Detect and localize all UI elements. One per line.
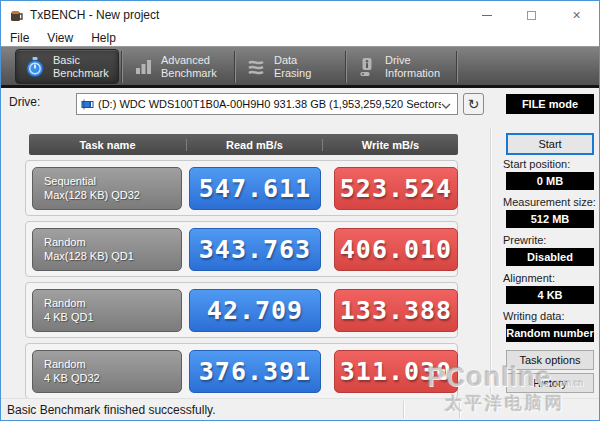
alignment-label: Alignment: bbox=[503, 272, 555, 284]
writing-data-label: Writing data: bbox=[503, 310, 565, 322]
read-value: 343.763 bbox=[189, 228, 321, 271]
menu-bar: File View Help bbox=[1, 29, 599, 46]
table-row: RandomMax(128 KB) QD1 343.763 406.010 bbox=[25, 221, 458, 277]
toolbar-bottom-strip bbox=[1, 85, 599, 88]
status-message: Basic Benchmark finished successfully. bbox=[7, 403, 216, 417]
refresh-drives-button[interactable]: ↻ bbox=[463, 93, 484, 115]
write-value: 133.388 bbox=[334, 289, 458, 332]
drive-info-icon bbox=[356, 56, 378, 78]
status-bar: Basic Benchmark finished successfully. bbox=[1, 398, 599, 420]
read-value: 547.611 bbox=[189, 167, 321, 210]
status-divider bbox=[403, 401, 404, 418]
column-write: Write mB/s bbox=[322, 139, 458, 151]
title-bar: TxBENCH - New project × bbox=[1, 1, 599, 29]
maximize-button[interactable] bbox=[509, 1, 554, 29]
tab-advanced-benchmark[interactable]: AdvancedBenchmark bbox=[124, 49, 232, 84]
write-value: 406.010 bbox=[334, 228, 458, 271]
refresh-icon: ↻ bbox=[468, 96, 480, 112]
disk-icon bbox=[81, 99, 94, 110]
panel-divider bbox=[490, 128, 491, 394]
alignment-value[interactable]: 4 KB bbox=[506, 286, 594, 304]
bar-chart-icon bbox=[132, 56, 154, 78]
drive-selected-option: (D:) WDC WDS100T1B0A-00H9H0 931.38 GB (1… bbox=[98, 98, 441, 110]
window-title: TxBENCH - New project bbox=[30, 8, 159, 22]
table-row: Random4 KB QD1 42.709 133.388 bbox=[25, 282, 458, 338]
table-row: Random4 KB QD32 376.391 311.030 bbox=[25, 343, 458, 399]
file-mode-button[interactable]: FILE mode bbox=[506, 94, 594, 114]
measurement-size-value[interactable]: 512 MB bbox=[506, 210, 594, 228]
history-button[interactable]: History bbox=[506, 373, 594, 393]
tab-drive-information[interactable]: DriveInformation bbox=[348, 49, 454, 84]
start-position-value[interactable]: 0 MB bbox=[506, 172, 594, 190]
column-read: Read mB/s bbox=[186, 139, 322, 151]
drive-label: Drive: bbox=[9, 95, 40, 109]
stopwatch-icon bbox=[24, 56, 46, 78]
task-button[interactable]: SequentialMax(128 KB) QD32 bbox=[32, 167, 182, 210]
close-button[interactable]: × bbox=[554, 1, 599, 29]
minimize-icon bbox=[482, 15, 492, 16]
minimize-button[interactable] bbox=[464, 1, 509, 29]
menu-help[interactable]: Help bbox=[82, 29, 125, 46]
write-value: 523.524 bbox=[334, 167, 458, 210]
task-button[interactable]: Random4 KB QD1 bbox=[32, 289, 182, 332]
toolbar-separator bbox=[345, 51, 346, 83]
task-button[interactable]: RandomMax(128 KB) QD1 bbox=[32, 228, 182, 271]
toolbar-separator bbox=[234, 51, 235, 83]
drive-select[interactable]: (D:) WDC WDS100T1B0A-00H9H0 931.38 GB (1… bbox=[76, 93, 458, 115]
chevron-down-icon bbox=[441, 95, 451, 113]
toolbar: BasicBenchmark AdvancedBenchmark bbox=[1, 46, 599, 88]
app-icon bbox=[9, 8, 24, 23]
read-value: 376.391 bbox=[189, 350, 321, 393]
task-options-button[interactable]: Task options bbox=[506, 350, 594, 370]
tab-label: Data Erasing bbox=[274, 54, 335, 79]
column-task-name: Task name bbox=[29, 139, 186, 151]
measurement-size-label: Measurement size: bbox=[503, 196, 596, 208]
tab-label: DriveInformation bbox=[385, 54, 440, 79]
benchmark-table-header: Task name Read mB/s Write mB/s bbox=[29, 134, 458, 155]
tab-label: AdvancedBenchmark bbox=[161, 54, 217, 79]
txbench-window: TxBENCH - New project × File View Help B… bbox=[0, 0, 600, 421]
task-button[interactable]: Random4 KB QD32 bbox=[32, 350, 182, 393]
tab-data-erasing[interactable]: Data Erasing bbox=[237, 49, 343, 84]
menu-view[interactable]: View bbox=[38, 29, 82, 46]
writing-data-value[interactable]: Random number bbox=[506, 324, 594, 342]
tab-label: BasicBenchmark bbox=[53, 54, 109, 79]
close-icon: × bbox=[572, 8, 580, 22]
toolbar-separator bbox=[121, 51, 122, 83]
write-value: 311.030 bbox=[334, 350, 458, 393]
eraser-icon bbox=[245, 56, 267, 78]
maximize-icon bbox=[527, 11, 536, 20]
start-button[interactable]: Start bbox=[506, 133, 594, 155]
prewrite-value[interactable]: Disabled bbox=[506, 248, 594, 266]
start-position-label: Start position: bbox=[503, 158, 570, 170]
toolbar-separator bbox=[456, 51, 457, 83]
status-divider bbox=[459, 401, 460, 418]
table-row: SequentialMax(128 KB) QD32 547.611 523.5… bbox=[25, 160, 458, 216]
read-value: 42.709 bbox=[189, 289, 321, 332]
menu-file[interactable]: File bbox=[1, 29, 38, 46]
prewrite-label: Prewrite: bbox=[503, 234, 546, 246]
tab-basic-benchmark[interactable]: BasicBenchmark bbox=[15, 49, 119, 84]
